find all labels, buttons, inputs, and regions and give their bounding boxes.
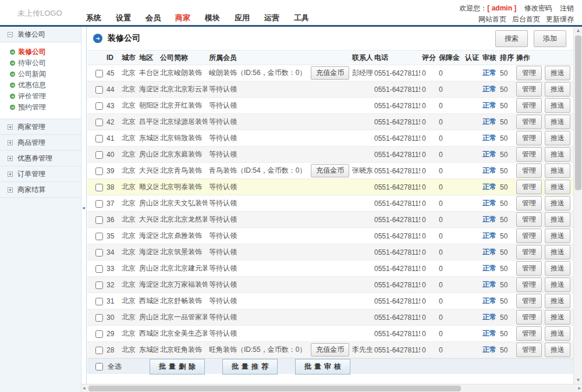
nav-item[interactable]: 运营 <box>264 13 279 23</box>
manage-button[interactable]: 管理 <box>516 180 542 194</box>
collapse-box-icon[interactable] <box>8 32 13 37</box>
manage-button[interactable]: 管理 <box>516 147 542 162</box>
logout-link[interactable]: 注销 <box>560 4 574 12</box>
manage-button[interactable]: 管理 <box>516 310 542 325</box>
sidebar-section-header[interactable]: 商家管理 <box>0 119 81 135</box>
scroll-left-arrow-icon[interactable]: ◂ <box>83 385 86 391</box>
row-checkbox[interactable] <box>95 200 103 208</box>
select-all-checkbox[interactable] <box>95 363 103 370</box>
push-button[interactable]: 推送 <box>545 245 570 259</box>
sidebar-item[interactable]: 评价管理 <box>0 91 81 102</box>
row-checkbox[interactable] <box>95 265 103 273</box>
admin-link[interactable]: 网站首页 <box>478 15 506 23</box>
manage-button[interactable]: 管理 <box>516 115 542 129</box>
row-checkbox[interactable] <box>95 233 103 240</box>
push-button[interactable]: 推送 <box>545 180 570 194</box>
push-button[interactable]: 推送 <box>545 82 570 97</box>
nav-item[interactable]: 应用 <box>235 13 250 23</box>
push-button[interactable]: 推送 <box>545 212 570 227</box>
recharge-coins-button[interactable]: 充值金币 <box>311 164 349 177</box>
row-checkbox[interactable] <box>95 168 103 175</box>
row-checkbox[interactable] <box>95 330 103 338</box>
manage-button[interactable]: 管理 <box>516 326 542 341</box>
row-checkbox[interactable] <box>95 216 103 224</box>
push-button[interactable]: 推送 <box>545 115 570 129</box>
expand-box-icon[interactable] <box>8 172 13 177</box>
vertical-scrollbar-thumb[interactable] <box>575 35 581 190</box>
batch-recommend-button[interactable]: 批量推荐 <box>222 359 278 375</box>
sidebar-collapse-icon[interactable]: ◂ <box>82 205 85 211</box>
expand-box-icon[interactable] <box>8 187 13 193</box>
admin-link[interactable]: 后台首页 <box>512 15 540 23</box>
sidebar-section-header[interactable]: 订单管理 <box>0 166 81 182</box>
manage-button[interactable]: 管理 <box>516 277 542 292</box>
manage-button[interactable]: 管理 <box>516 66 542 80</box>
push-button[interactable]: 推送 <box>545 196 570 211</box>
add-button[interactable]: 添加 <box>534 30 566 47</box>
scroll-down-arrow-icon[interactable]: ▼ <box>574 377 582 383</box>
push-button[interactable]: 推送 <box>545 229 570 243</box>
push-button[interactable]: 推送 <box>545 98 570 113</box>
row-checkbox[interactable] <box>95 86 103 94</box>
row-checkbox[interactable] <box>95 347 103 354</box>
nav-item[interactable]: 会员 <box>146 13 161 23</box>
manage-button[interactable]: 管理 <box>516 82 542 97</box>
sidebar-section-header[interactable]: 装修公司 <box>0 27 81 42</box>
expand-box-icon[interactable] <box>8 140 13 145</box>
push-button[interactable]: 推送 <box>545 310 570 325</box>
batch-audit-button[interactable]: 批量审核 <box>295 359 350 375</box>
manage-button[interactable]: 管理 <box>516 131 542 145</box>
push-button[interactable]: 推送 <box>545 147 570 162</box>
sidebar-section-header[interactable]: 商家结算 <box>0 182 81 198</box>
scroll-up-arrow-icon[interactable]: ▲ <box>574 28 582 33</box>
push-button[interactable]: 推送 <box>545 277 570 292</box>
nav-item[interactable]: 商家 <box>175 13 190 23</box>
sidebar-item[interactable]: 优惠信息 <box>0 80 81 91</box>
push-button[interactable]: 推送 <box>545 294 570 308</box>
push-button[interactable]: 推送 <box>545 66 570 80</box>
row-checkbox[interactable] <box>95 249 103 256</box>
manage-button[interactable]: 管理 <box>516 261 542 276</box>
manage-button[interactable]: 管理 <box>516 163 542 178</box>
sidebar-section-header[interactable]: 优惠券管理 <box>0 151 81 166</box>
manage-button[interactable]: 管理 <box>516 245 542 259</box>
push-button[interactable]: 推送 <box>545 131 570 145</box>
nav-item[interactable]: 设置 <box>116 13 131 23</box>
vertical-scrollbar[interactable]: ▲ ▼ <box>573 27 582 384</box>
push-button[interactable]: 推送 <box>545 326 570 341</box>
nav-item[interactable]: 工具 <box>294 13 309 23</box>
manage-button[interactable]: 管理 <box>516 343 542 357</box>
manage-button[interactable]: 管理 <box>516 229 542 243</box>
row-checkbox[interactable] <box>95 314 103 322</box>
sidebar-item[interactable]: 公司新闻 <box>0 69 81 80</box>
expand-box-icon[interactable] <box>8 156 13 161</box>
batch-delete-button[interactable]: 批量删除 <box>150 359 205 375</box>
row-checkbox[interactable] <box>95 119 103 126</box>
admin-link[interactable]: 更新缓存 <box>546 15 574 23</box>
scroll-right-arrow-icon[interactable]: ▸ <box>578 385 581 391</box>
nav-item[interactable]: 系统 <box>86 13 101 23</box>
row-checkbox[interactable] <box>95 102 103 110</box>
row-checkbox[interactable] <box>95 298 103 305</box>
expand-box-icon[interactable] <box>8 124 13 130</box>
sidebar-item[interactable]: 待审公司 <box>0 58 81 69</box>
row-checkbox[interactable] <box>95 281 103 289</box>
push-button[interactable]: 推送 <box>545 261 570 276</box>
manage-button[interactable]: 管理 <box>516 212 542 227</box>
push-button[interactable]: 推送 <box>545 343 570 357</box>
recharge-coins-button[interactable]: 充值金币 <box>311 66 349 80</box>
horizontal-scrollbar[interactable]: ◂ ▸ <box>81 384 582 392</box>
change-password-link[interactable]: 修改密码 <box>524 4 552 12</box>
row-checkbox[interactable] <box>95 151 103 159</box>
row-checkbox[interactable] <box>95 135 103 142</box>
sidebar-item[interactable]: 预约管理 <box>0 102 81 113</box>
search-button[interactable]: 搜索 <box>495 30 528 47</box>
row-checkbox[interactable] <box>95 70 103 77</box>
horizontal-scrollbar-thumb[interactable] <box>88 386 461 391</box>
recharge-coins-button[interactable]: 充值金币 <box>311 343 349 357</box>
sidebar-item[interactable]: 装修公司 <box>0 47 81 58</box>
nav-item[interactable]: 模块 <box>205 13 220 23</box>
admin-username[interactable]: [ admin ] <box>487 4 516 12</box>
manage-button[interactable]: 管理 <box>516 294 542 308</box>
manage-button[interactable]: 管理 <box>516 98 542 113</box>
